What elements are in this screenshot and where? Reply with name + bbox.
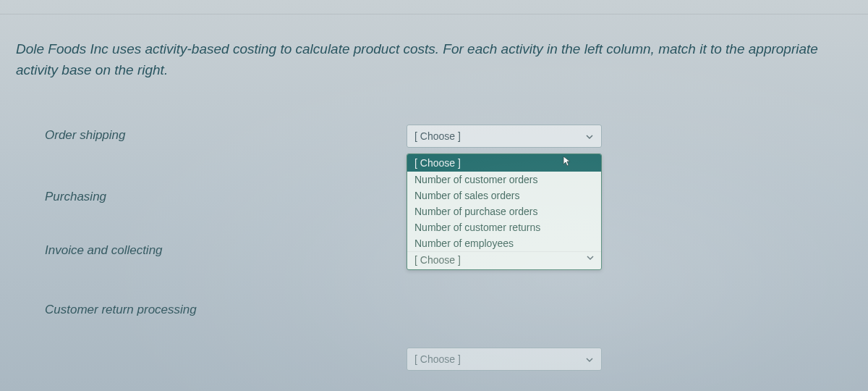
dropdown-header[interactable]: [ Choose ] <box>407 154 601 172</box>
chevron-down-icon <box>585 355 594 363</box>
activity-order-shipping: Order shipping <box>45 128 126 143</box>
option-customer-returns[interactable]: Number of customer returns <box>407 219 601 235</box>
select-value: [ Choose ] <box>414 353 461 365</box>
dropdown-header-label: [ Choose ] <box>414 157 461 169</box>
activity-invoice-collecting: Invoice and collecting <box>45 243 163 258</box>
chevron-down-icon <box>586 253 595 264</box>
option-sales-orders[interactable]: Number of sales orders <box>407 188 601 203</box>
select-customer-return[interactable]: [ Choose ] <box>407 348 602 371</box>
top-divider <box>0 9 868 14</box>
dropdown-footer-label: [ Choose ] <box>414 254 461 266</box>
option-employees[interactable]: Number of employees <box>407 235 601 251</box>
chevron-down-icon <box>585 132 594 140</box>
option-customer-orders[interactable]: Number of customer orders <box>407 172 601 188</box>
cursor-icon <box>562 156 572 169</box>
activity-customer-return: Customer return processing <box>45 303 197 317</box>
activity-purchasing: Purchasing <box>45 190 106 204</box>
select-value: [ Choose ] <box>414 130 461 142</box>
select-order-shipping[interactable]: [ Choose ] <box>407 125 602 148</box>
option-purchase-orders[interactable]: Number of purchase orders <box>407 203 601 219</box>
question-prompt: Dole Foods Inc uses activity-based costi… <box>0 39 868 80</box>
select-purchasing-open[interactable]: [ Choose ] Number of customer orders Num… <box>407 154 602 270</box>
dropdown-footer[interactable]: [ Choose ] <box>407 251 601 269</box>
